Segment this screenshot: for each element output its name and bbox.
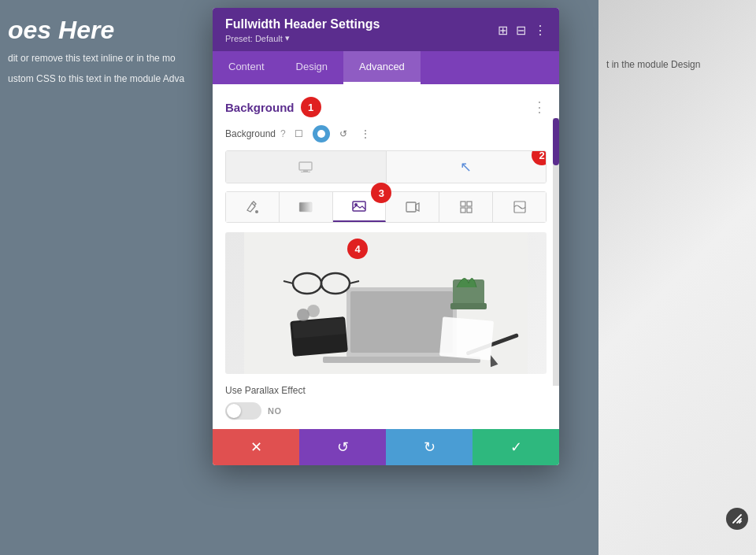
desktop-icon-btn[interactable]: ☐ bbox=[291, 125, 308, 142]
preset-arrow-icon: ▾ bbox=[285, 33, 290, 43]
modal-body: Background 1 ⋮ Background ? ☐ ↺ ⋮ bbox=[213, 84, 559, 429]
desktop-body-line2: ustom CSS to this text in the module Adv… bbox=[8, 72, 184, 86]
section-more-icon[interactable]: ⋮ bbox=[532, 98, 547, 116]
tab-advanced[interactable]: Advanced bbox=[343, 51, 421, 84]
swatch-right[interactable]: ↖ 2 bbox=[386, 151, 547, 183]
modal-header-icons: ⊞ ⊟ ⋮ bbox=[498, 23, 547, 38]
section-title: Background bbox=[225, 101, 295, 114]
scrollbar-track[interactable] bbox=[553, 118, 559, 386]
mask-icon bbox=[513, 201, 526, 213]
desk-scene-svg bbox=[225, 232, 547, 374]
section-header: Background 1 ⋮ bbox=[225, 97, 547, 117]
filled-circle-icon bbox=[317, 129, 326, 139]
section-title-row: Background 1 bbox=[225, 97, 321, 117]
cancel-button[interactable]: ✕ bbox=[213, 429, 299, 465]
svg-rect-1 bbox=[299, 162, 312, 170]
image-tab[interactable]: 3 bbox=[333, 192, 387, 222]
toggle-knob bbox=[227, 404, 241, 418]
modal-tabs: Content Design Advanced bbox=[213, 51, 559, 84]
svg-rect-2 bbox=[303, 170, 308, 172]
svg-rect-8 bbox=[406, 202, 416, 212]
svg-rect-5 bbox=[299, 202, 312, 212]
modal-title: Fullwidth Header Settings bbox=[225, 17, 380, 31]
svg-rect-11 bbox=[461, 208, 465, 213]
cancel-icon: ✕ bbox=[250, 438, 262, 456]
svg-rect-30 bbox=[450, 303, 487, 309]
scrollbar-thumb[interactable] bbox=[553, 118, 559, 165]
reset-icon-btn[interactable]: ↺ bbox=[335, 125, 352, 142]
gradient-tab[interactable] bbox=[280, 192, 333, 222]
svg-point-4 bbox=[255, 210, 258, 213]
undo-button[interactable]: ↺ bbox=[299, 429, 386, 465]
parallax-label: Use Parallax Effect bbox=[225, 385, 547, 396]
more-icon[interactable]: ⋮ bbox=[534, 23, 547, 38]
background-label: Background bbox=[225, 128, 276, 139]
pattern-icon bbox=[460, 201, 472, 213]
toggle-no-label: NO bbox=[268, 406, 282, 416]
svg-rect-16 bbox=[350, 291, 453, 353]
resize-handle[interactable] bbox=[726, 508, 748, 530]
paint-icon bbox=[245, 200, 259, 214]
redo-icon: ↻ bbox=[424, 438, 435, 456]
parallax-toggle[interactable] bbox=[225, 402, 261, 420]
video-tab[interactable] bbox=[386, 192, 439, 222]
save-button[interactable]: ✓ bbox=[472, 429, 559, 465]
paint-tab[interactable] bbox=[226, 192, 280, 222]
badge-1: 1 bbox=[301, 97, 321, 117]
svg-rect-6 bbox=[353, 202, 365, 211]
desktop-heading: oes Here bbox=[8, 16, 184, 45]
tab-content[interactable]: Content bbox=[213, 51, 280, 84]
mask-tab[interactable] bbox=[493, 192, 546, 222]
badge-4: 4 bbox=[347, 239, 368, 259]
modal-footer: ✕ ↺ ↻ ✓ bbox=[213, 429, 559, 465]
modal-header-left: Fullwidth Header Settings Preset: Defaul… bbox=[225, 17, 380, 43]
help-icon[interactable]: ? bbox=[280, 128, 286, 139]
desktop-body-line1: dit or remove this text inline or in the… bbox=[8, 51, 184, 65]
icon-tabs-row: 3 bbox=[225, 191, 547, 223]
svg-rect-9 bbox=[461, 202, 465, 206]
badge-2: 2 bbox=[532, 150, 547, 165]
page-bg-right: t in the module Design bbox=[598, 0, 756, 555]
svg-rect-12 bbox=[467, 208, 472, 213]
modal-preset[interactable]: Preset: Default ▾ bbox=[225, 33, 380, 43]
parallax-section: Use Parallax Effect NO bbox=[225, 385, 547, 429]
save-icon: ✓ bbox=[510, 438, 522, 456]
svg-point-0 bbox=[317, 130, 325, 138]
svg-point-26 bbox=[307, 305, 320, 317]
background-row: Background ? ☐ ↺ ⋮ bbox=[225, 125, 547, 142]
redo-button[interactable]: ↻ bbox=[386, 429, 472, 465]
pattern-tab[interactable] bbox=[439, 192, 493, 222]
cursor-icon: ↖ bbox=[460, 158, 472, 176]
resize-icon bbox=[732, 513, 743, 524]
settings-modal: Fullwidth Header Settings Preset: Defaul… bbox=[213, 8, 559, 465]
undo-icon: ↺ bbox=[337, 438, 349, 456]
svg-rect-17 bbox=[323, 357, 480, 363]
svg-rect-10 bbox=[467, 202, 472, 206]
desktop-text-block: oes Here dit or remove this text inline … bbox=[8, 16, 184, 86]
swatches-row: ↖ 2 bbox=[225, 150, 547, 183]
circle-icon-btn[interactable] bbox=[313, 125, 330, 142]
image-icon bbox=[352, 201, 366, 212]
desktop-right-text: t in the module Design bbox=[606, 59, 756, 70]
desktop-swatch-icon bbox=[298, 161, 313, 172]
preset-label: Preset: Default bbox=[225, 34, 283, 43]
tab-design[interactable]: Design bbox=[280, 51, 343, 84]
gradient-icon bbox=[298, 202, 313, 213]
image-preview-inner: 4 bbox=[225, 232, 547, 374]
image-preview[interactable]: 4 bbox=[225, 232, 547, 374]
toggle-row: NO bbox=[225, 402, 547, 420]
video-icon bbox=[406, 202, 420, 213]
expand-icon[interactable]: ⊞ bbox=[498, 23, 508, 38]
more-bg-icon-btn[interactable]: ⋮ bbox=[357, 125, 374, 142]
modal-header: Fullwidth Header Settings Preset: Defaul… bbox=[213, 8, 559, 51]
svg-rect-3 bbox=[301, 172, 310, 172]
swatch-left[interactable] bbox=[226, 151, 386, 183]
svg-rect-31 bbox=[439, 316, 494, 360]
split-icon[interactable]: ⊟ bbox=[516, 23, 526, 38]
